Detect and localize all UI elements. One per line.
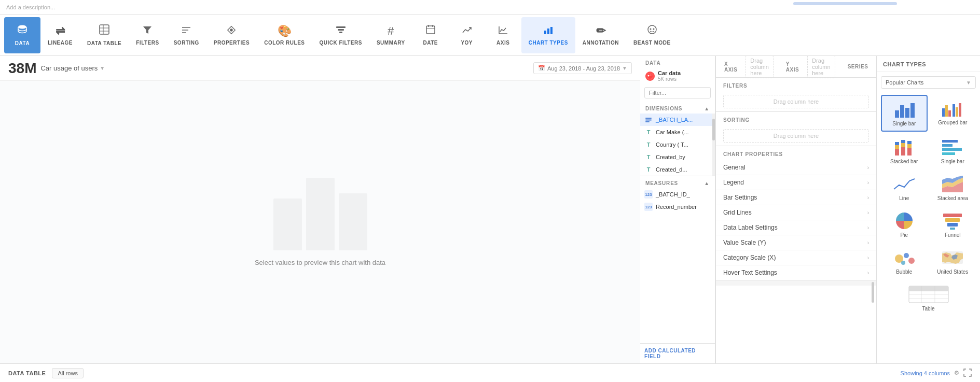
- measure-item-recordnum[interactable]: 123 Record_number: [640, 201, 715, 213]
- prop-hover-text[interactable]: Hover Text Settings ›: [716, 265, 876, 280]
- toolbar-item-lineage[interactable]: ⇌ LINEAGE: [40, 17, 80, 53]
- description-placeholder[interactable]: Add a description...: [6, 4, 55, 10]
- all-rows-button[interactable]: All rows: [52, 368, 84, 378]
- chart-type-line[interactable]: Line: [881, 171, 928, 205]
- dimensions-filter-input[interactable]: [644, 87, 711, 98]
- svg-rect-18: [547, 29, 549, 34]
- y-axis-drop-zone[interactable]: Drag column here: [807, 56, 835, 78]
- svg-rect-38: [959, 103, 961, 117]
- chart-type-single-bar[interactable]: Single bar: [881, 95, 928, 132]
- svg-rect-31: [905, 108, 909, 118]
- sorting-title: SORTING: [716, 112, 876, 126]
- chart-types-grid: Single bar Grouped bar: [877, 93, 980, 318]
- svg-rect-49: [942, 144, 953, 147]
- toolbar-item-axis[interactable]: AXIS: [485, 17, 521, 53]
- prop-value-scale[interactable]: Value Scale (Y) ›: [716, 235, 876, 250]
- add-calculated-field-button[interactable]: ADD CALCULATED FIELD: [640, 343, 715, 363]
- prop-data-label-label: Data Label Settings: [723, 224, 778, 231]
- prop-legend[interactable]: Legend ›: [716, 175, 876, 190]
- chart-name-chevron: ▼: [100, 65, 105, 71]
- toolbar-item-filters[interactable]: FILTERS: [129, 17, 166, 53]
- dimensions-collapse-icon[interactable]: ▲: [704, 106, 710, 111]
- x-axis-drop-zone[interactable]: Drag column here: [746, 56, 773, 78]
- svg-point-63: [901, 261, 905, 265]
- chart-date-range[interactable]: 📅 Aug 23, 2018 - Aug 23, 2018 ▼: [533, 62, 632, 74]
- prop-category-scale[interactable]: Category Scale (X) ›: [716, 250, 876, 265]
- svg-rect-17: [544, 31, 546, 34]
- toolbar-item-summary[interactable]: # SUMMARY: [369, 17, 412, 53]
- chart-type-stacked-area[interactable]: Stacked area: [930, 171, 976, 205]
- chart-type-grouped-bar[interactable]: Grouped bar: [930, 95, 976, 132]
- svg-rect-51: [942, 152, 955, 155]
- chart-canvas-area[interactable]: Select values to preview this chart with…: [0, 81, 640, 363]
- toolbar-quickfilters-label: QUICK FILTERS: [320, 40, 362, 46]
- toolbar-item-color-rules[interactable]: 🎨 COLOR RULES: [257, 17, 312, 53]
- chart-type-funnel[interactable]: Funnel: [930, 207, 976, 242]
- dim-item-createdd[interactable]: T Created_d...: [640, 163, 715, 176]
- createdby-icon: T: [644, 153, 653, 161]
- svg-rect-13: [426, 26, 435, 34]
- popular-charts-dropdown[interactable]: Popular Charts ▼: [881, 76, 976, 89]
- prop-category-scale-label: Category Scale (X): [723, 254, 776, 261]
- chart-name[interactable]: Car usage of users ▼: [40, 64, 105, 72]
- chart-type-bubble[interactable]: Bubble: [881, 244, 928, 279]
- settings-gear-icon[interactable]: ⚙: [954, 370, 959, 376]
- measures-collapse-icon[interactable]: ▲: [704, 180, 710, 186]
- chart-properties-title: CHART PROPERTIES: [716, 146, 876, 160]
- filters-drop-zone[interactable]: Drag column here: [723, 95, 869, 108]
- toolbar-item-data-table[interactable]: DATA TABLE: [80, 17, 129, 53]
- chart-type-us-map[interactable]: United States: [930, 244, 976, 279]
- toolbar-item-data[interactable]: DATA: [4, 17, 40, 53]
- measure-recordnum-label: Record_number: [656, 204, 697, 210]
- prop-data-label-settings[interactable]: Data Label Settings ›: [716, 220, 876, 235]
- toolbar-item-yoy[interactable]: YOY: [449, 17, 485, 53]
- prop-general[interactable]: General ›: [716, 160, 876, 175]
- date-chevron-icon: ▼: [622, 65, 627, 71]
- chevron-right-icon-8: ›: [867, 270, 869, 276]
- toolbar-item-sorting[interactable]: SORTING: [167, 17, 206, 53]
- toolbar-item-beast-mode[interactable]: BEAST MODE: [626, 17, 678, 53]
- toolbar-item-annotation[interactable]: ✏ ANNOTATION: [575, 17, 626, 53]
- svg-rect-44: [901, 140, 905, 143]
- toolbar-item-chart-types[interactable]: CHART TYPES: [521, 17, 575, 53]
- chart-type-pie[interactable]: Pie: [881, 207, 928, 242]
- svg-rect-56: [943, 214, 962, 217]
- toolbar-yoy-label: YOY: [461, 40, 473, 46]
- svg-rect-34: [945, 105, 948, 117]
- expand-icon[interactable]: [963, 369, 972, 378]
- toolbar-sorting-label: SORTING: [174, 40, 199, 46]
- data-source-row[interactable]: Car data 5K rows: [640, 68, 715, 84]
- toolbar-item-properties[interactable]: PROPERTIES: [206, 17, 257, 53]
- svg-point-25: [650, 74, 652, 76]
- chart-type-single-bar-h[interactable]: Single bar: [930, 134, 976, 168]
- dim-item-country[interactable]: T Country ( T...: [640, 138, 715, 151]
- measures-section: MEASURES ▲ 123 _BATCH_ID_ 123 Record_num…: [640, 176, 715, 213]
- lineage-icon: ⇌: [56, 24, 65, 38]
- summary-icon: #: [388, 24, 394, 38]
- axis-icon: [498, 24, 508, 38]
- chart-area: 38M Car usage of users ▼ 📅 Aug 23, 2018 …: [0, 56, 640, 363]
- svg-rect-45: [907, 148, 912, 155]
- prop-grid-lines[interactable]: Grid Lines ›: [716, 205, 876, 220]
- svg-rect-43: [901, 143, 905, 147]
- sorting-drop-zone[interactable]: Drag column here: [723, 129, 869, 143]
- svg-rect-47: [907, 141, 912, 144]
- measure-batchid-label: _BATCH_ID_: [656, 191, 690, 197]
- quick-filters-icon: [336, 24, 346, 38]
- prop-bar-settings[interactable]: Bar Settings ›: [716, 190, 876, 205]
- svg-rect-40: [895, 145, 899, 149]
- dim-item-batch[interactable]: _BATCH_LA...: [640, 114, 715, 126]
- dim-item-carmake[interactable]: T Car Make (...: [640, 126, 715, 138]
- description-bar: Add a description...: [0, 0, 980, 15]
- chart-type-table[interactable]: Table: [881, 281, 976, 316]
- x-axis-label: X AXIS: [724, 61, 737, 73]
- chart-placeholder-bars: [273, 178, 367, 250]
- chart-type-stacked-bar[interactable]: Stacked bar: [881, 134, 928, 168]
- dim-item-createdby[interactable]: T Created_by: [640, 151, 715, 163]
- toolbar-item-date[interactable]: DATE: [412, 17, 449, 53]
- toolbar-date-label: DATE: [423, 40, 437, 46]
- toolbar-item-quick-filters[interactable]: QUICK FILTERS: [312, 17, 369, 53]
- svg-marker-5: [143, 26, 151, 34]
- measure-item-batchid[interactable]: 123 _BATCH_ID_: [640, 188, 715, 201]
- svg-rect-41: [895, 142, 899, 145]
